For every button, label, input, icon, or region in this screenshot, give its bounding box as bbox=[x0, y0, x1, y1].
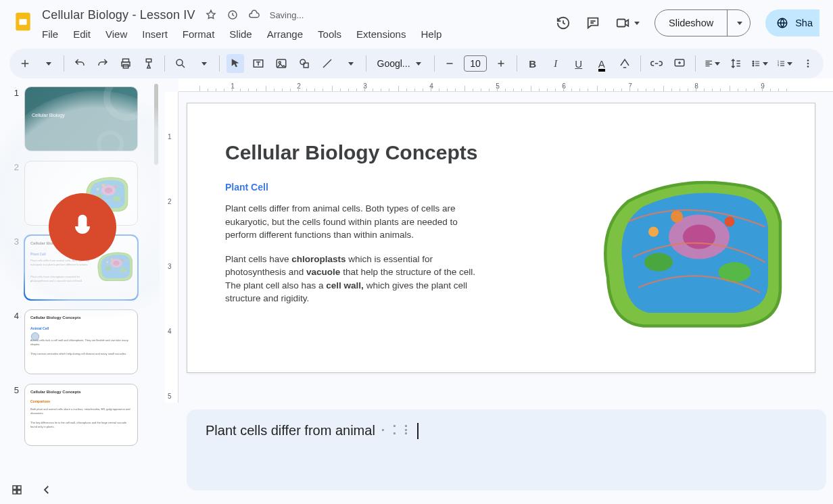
thumb-number-1: 1 bbox=[11, 86, 19, 151]
slide-canvas[interactable]: Cellular Biology Concepts Plant Cell Pla… bbox=[187, 103, 815, 373]
menu-file[interactable]: File bbox=[42, 28, 58, 40]
font-picker[interactable]: Googl... bbox=[373, 58, 427, 69]
svg-point-19 bbox=[279, 61, 281, 64]
slide-paragraph-2[interactable]: Plant cells have chloroplasts which is e… bbox=[225, 253, 482, 305]
numbered-list-button[interactable]: 123 bbox=[775, 54, 794, 73]
textbox-button[interactable] bbox=[249, 54, 267, 73]
bold-button[interactable]: B bbox=[524, 54, 542, 73]
vertical-ruler[interactable]: 12345 bbox=[165, 92, 178, 403]
move-icon[interactable] bbox=[227, 9, 239, 21]
font-size-increase[interactable] bbox=[492, 54, 510, 73]
insert-comment-button[interactable] bbox=[671, 54, 688, 73]
font-size-input[interactable]: 10 bbox=[464, 55, 487, 72]
speaker-notes[interactable]: Plant cells differ from animal ⠂⠅⠇ bbox=[187, 409, 826, 490]
plant-cell-image[interactable] bbox=[588, 164, 790, 340]
editor-area: /* populated below */ 123456789 12345 Ce… bbox=[160, 78, 833, 504]
menu-edit[interactable]: Edit bbox=[73, 28, 91, 40]
saving-status: Saving... bbox=[270, 10, 304, 20]
more-options-button[interactable] bbox=[799, 54, 817, 73]
new-slide-button[interactable] bbox=[16, 54, 34, 73]
menu-format[interactable]: Format bbox=[183, 28, 215, 40]
font-size-decrease[interactable] bbox=[441, 54, 458, 73]
menu-arrange[interactable]: Arrange bbox=[267, 28, 303, 40]
collapse-filmstrip-icon[interactable] bbox=[41, 484, 53, 499]
zoom-dropdown[interactable] bbox=[195, 54, 212, 73]
slideshow-dropdown[interactable] bbox=[727, 10, 750, 36]
thumbnail-4[interactable]: Cellular Biology Concepts Animal Cell An… bbox=[24, 309, 138, 374]
horizontal-ruler[interactable]: /* populated below */ 123456789 bbox=[178, 78, 833, 92]
line-dropdown[interactable] bbox=[341, 54, 359, 73]
voice-typing-button[interactable] bbox=[49, 193, 116, 261]
slides-logo[interactable] bbox=[9, 8, 37, 35]
svg-rect-36 bbox=[18, 490, 21, 494]
svg-point-29 bbox=[807, 59, 809, 61]
slide-paragraph-1[interactable]: Plant cells differ from animal cells. Bo… bbox=[225, 202, 482, 242]
share-button[interactable]: Sha bbox=[765, 9, 819, 36]
svg-point-25 bbox=[753, 65, 754, 66]
filmstrip: 1 Cellular Biology 2 3 Cellular Biology … bbox=[0, 78, 160, 504]
align-button[interactable] bbox=[703, 54, 722, 73]
thumb-number-3: 3 bbox=[11, 235, 19, 300]
select-tool[interactable] bbox=[227, 54, 244, 73]
menu-slide[interactable]: Slide bbox=[229, 28, 252, 40]
svg-rect-11 bbox=[617, 20, 625, 27]
notes-text: Plant cells differ from animal bbox=[206, 423, 375, 438]
svg-point-24 bbox=[753, 63, 754, 64]
text-color-button[interactable]: A bbox=[593, 54, 611, 73]
thumb-number-5: 5 bbox=[11, 384, 19, 446]
share-label: Sha bbox=[795, 18, 813, 28]
svg-rect-34 bbox=[18, 486, 21, 489]
line-spacing-button[interactable] bbox=[727, 54, 744, 73]
thumb-number-2: 2 bbox=[11, 161, 19, 226]
underline-button[interactable]: U bbox=[570, 54, 588, 73]
meet-icon[interactable] bbox=[615, 16, 640, 30]
version-history-icon[interactable] bbox=[556, 16, 571, 30]
zoom-button[interactable] bbox=[172, 54, 189, 73]
menu-insert[interactable]: Insert bbox=[142, 28, 168, 40]
slideshow-label: Slideshow bbox=[655, 10, 727, 36]
italic-button[interactable]: I bbox=[547, 54, 565, 73]
insert-link-button[interactable] bbox=[648, 54, 665, 73]
redo-button[interactable] bbox=[94, 54, 112, 73]
grid-view-icon[interactable] bbox=[11, 484, 23, 499]
comments-icon[interactable] bbox=[586, 16, 600, 30]
slideshow-button[interactable]: Slideshow bbox=[654, 9, 751, 36]
svg-rect-8 bbox=[19, 19, 27, 26]
svg-rect-33 bbox=[13, 486, 16, 489]
paint-format-button[interactable] bbox=[140, 54, 158, 73]
svg-point-30 bbox=[807, 63, 809, 65]
svg-point-32 bbox=[31, 332, 39, 340]
menubar: File Edit View Insert Format Slide Arran… bbox=[42, 24, 442, 40]
svg-point-20 bbox=[300, 59, 306, 65]
highlight-button[interactable] bbox=[616, 54, 634, 73]
svg-text:3: 3 bbox=[777, 64, 779, 67]
image-button[interactable] bbox=[272, 54, 290, 73]
menu-extensions[interactable]: Extensions bbox=[356, 28, 406, 40]
print-button[interactable] bbox=[117, 54, 135, 73]
shape-button[interactable] bbox=[295, 54, 313, 73]
svg-point-16 bbox=[176, 59, 183, 66]
svg-point-31 bbox=[807, 66, 809, 68]
thumb-number-4: 4 bbox=[11, 309, 19, 374]
line-button[interactable] bbox=[318, 54, 336, 73]
cloud-status-icon[interactable] bbox=[248, 9, 260, 21]
menu-tools[interactable]: Tools bbox=[318, 28, 341, 40]
document-title[interactable]: Cellular Biology - Lesson IV bbox=[42, 8, 195, 22]
filmstrip-scrollbar[interactable] bbox=[154, 84, 158, 165]
titlebar: Cellular Biology - Lesson IV Saving... F… bbox=[0, 0, 833, 46]
thumbnail-1[interactable]: Cellular Biology bbox=[24, 86, 138, 151]
new-slide-dropdown[interactable] bbox=[39, 54, 57, 73]
thumbnail-5[interactable]: Cellular Biology Concepts Comparison Bot… bbox=[24, 384, 138, 446]
star-icon[interactable] bbox=[205, 9, 217, 21]
bulleted-list-button[interactable] bbox=[750, 54, 769, 73]
svg-point-23 bbox=[753, 61, 754, 62]
menu-help[interactable]: Help bbox=[421, 28, 442, 40]
svg-rect-35 bbox=[13, 490, 16, 494]
menu-view[interactable]: View bbox=[105, 28, 127, 40]
text-cursor bbox=[417, 423, 419, 439]
bottom-bar bbox=[11, 484, 53, 499]
toolbar: Googl... 10 B I U A 123 bbox=[9, 49, 824, 78]
undo-button[interactable] bbox=[71, 54, 89, 73]
slide-title[interactable]: Cellular Biology Concepts bbox=[225, 141, 777, 164]
notes-pending-icon: ⠂⠅⠇ bbox=[375, 423, 415, 439]
